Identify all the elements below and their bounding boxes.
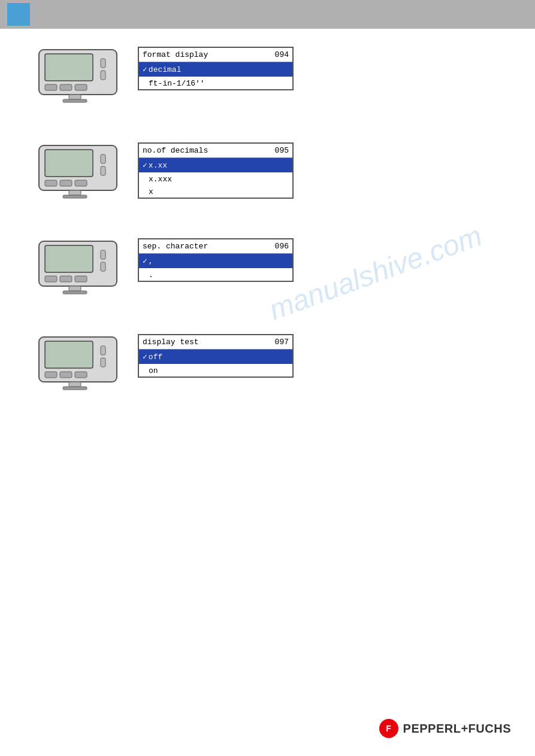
svg-rect-27 — [60, 276, 72, 282]
lcd-code: 094 — [275, 50, 289, 59]
svg-rect-12 — [45, 150, 93, 177]
lcd-row-text: off — [149, 353, 162, 362]
svg-rect-31 — [69, 286, 81, 291]
svg-rect-5 — [60, 84, 72, 90]
svg-rect-16 — [60, 180, 72, 186]
display-item-094: format display094✓decimalft-in-1/16'' — [36, 47, 499, 107]
lcd-selected-row-096-0: ✓, — [139, 254, 292, 268]
svg-rect-40 — [101, 346, 105, 355]
logo-text: PEPPERL+FUCHS — [403, 722, 511, 736]
lcd-normal-row-095-1: x.xxx — [139, 172, 292, 185]
svg-rect-4 — [45, 84, 57, 90]
lcd-title-text: sep. character — [143, 242, 208, 251]
svg-rect-41 — [101, 358, 105, 367]
device-illustration-094 — [36, 47, 120, 107]
lcd-panel-096: sep. character096✓,. — [138, 238, 294, 282]
svg-rect-10 — [63, 99, 87, 102]
svg-rect-9 — [69, 95, 81, 99]
device-illustration-095 — [36, 142, 120, 202]
lcd-selected-row-097-0: ✓off — [139, 350, 292, 364]
lcd-panel-097: display test097✓offon — [138, 334, 294, 378]
svg-rect-18 — [101, 154, 105, 163]
display-item-097: display test097✓offon — [36, 334, 499, 394]
lcd-normal-row-097-1: on — [139, 364, 292, 377]
svg-rect-1 — [45, 54, 93, 81]
lcd-selected-row-094-0: ✓decimal — [139, 62, 292, 77]
checkmark-icon: ✓ — [143, 256, 147, 266]
svg-rect-6 — [75, 84, 87, 90]
lcd-normal-row-094-1: ft-in-1/16'' — [139, 77, 292, 89]
svg-rect-8 — [101, 71, 105, 80]
lcd-title-096: sep. character096 — [139, 239, 292, 254]
svg-rect-39 — [75, 372, 87, 378]
svg-rect-34 — [45, 341, 93, 368]
svg-rect-37 — [45, 372, 57, 378]
main-content: manualshive.com format display094✓decima… — [0, 29, 535, 448]
svg-rect-29 — [101, 250, 105, 259]
logo-icon-letter: F — [386, 724, 391, 733]
svg-rect-32 — [63, 291, 87, 294]
device-illustration-097 — [36, 334, 120, 394]
svg-rect-28 — [75, 276, 87, 282]
checkmark-icon: ✓ — [143, 65, 147, 74]
lcd-panel-094: format display094✓decimalft-in-1/16'' — [138, 47, 294, 90]
svg-rect-38 — [60, 372, 72, 378]
svg-rect-23 — [45, 245, 93, 272]
svg-rect-26 — [45, 276, 57, 282]
display-item-096: sep. character096✓,. — [36, 238, 499, 298]
lcd-code: 097 — [275, 338, 289, 347]
svg-rect-21 — [63, 195, 87, 198]
svg-rect-15 — [45, 180, 57, 186]
lcd-row-text: x.xx — [149, 161, 167, 170]
checkmark-icon: ✓ — [143, 160, 147, 170]
svg-rect-30 — [101, 262, 105, 271]
lcd-code: 096 — [275, 242, 289, 251]
svg-rect-42 — [69, 382, 81, 387]
header-square — [7, 3, 30, 26]
svg-rect-7 — [101, 59, 105, 68]
lcd-row-text: decimal — [149, 65, 182, 74]
lcd-title-097: display test097 — [139, 335, 292, 350]
lcd-row-text: , — [149, 257, 153, 266]
lcd-title-text: format display — [143, 50, 208, 59]
svg-rect-20 — [69, 190, 81, 195]
pepperl-fuchs-icon: F — [379, 719, 398, 738]
displays-container: format display094✓decimalft-in-1/16'' no… — [36, 47, 499, 394]
logo-area: F PEPPERL+FUCHS — [379, 719, 511, 738]
svg-rect-43 — [63, 387, 87, 390]
svg-rect-17 — [75, 180, 87, 186]
checkmark-icon: ✓ — [143, 352, 147, 362]
lcd-normal-row-095-2: x — [139, 185, 292, 198]
device-illustration-096 — [36, 238, 120, 298]
lcd-title-095: no.of decimals095 — [139, 144, 292, 158]
lcd-title-094: format display094 — [139, 48, 292, 62]
lcd-title-text: display test — [143, 338, 199, 347]
lcd-code: 095 — [275, 146, 289, 155]
display-item-095: no.of decimals095✓x.xxx.xxxx — [36, 142, 499, 202]
lcd-selected-row-095-0: ✓x.xx — [139, 158, 292, 172]
header-bar — [0, 0, 535, 29]
svg-rect-19 — [101, 166, 105, 175]
lcd-title-text: no.of decimals — [143, 146, 208, 155]
lcd-normal-row-096-1: . — [139, 268, 292, 281]
lcd-panel-095: no.of decimals095✓x.xxx.xxxx — [138, 142, 294, 199]
